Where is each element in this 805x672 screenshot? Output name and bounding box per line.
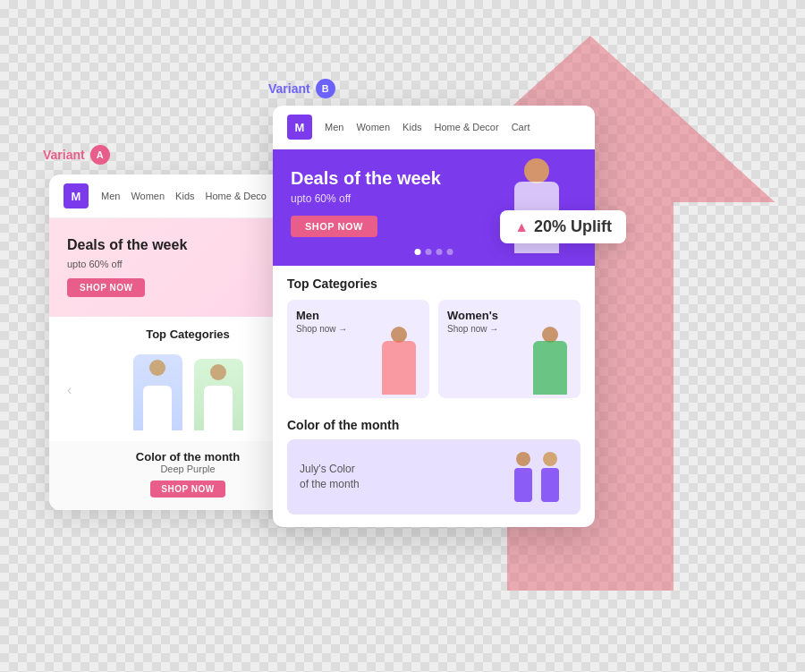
va-nav-kids[interactable]: Kids	[175, 191, 194, 201]
variant-b-label: Variant B	[268, 79, 335, 98]
vb-nav-home[interactable]: Home & Decor	[435, 122, 499, 132]
vb-logo: M	[287, 115, 312, 140]
vb-men-figure	[372, 327, 426, 398]
vb-nav-men[interactable]: Men	[325, 122, 343, 132]
uplift-badge: ▲ 20% Uplift	[500, 210, 626, 243]
variant-b-badge: B	[316, 79, 335, 98]
vb-hero-head	[524, 158, 549, 183]
va-nav-items: Men Women Kids Home & Deco	[101, 191, 267, 201]
vb-cat-men-name: Men	[296, 309, 420, 322]
vb-cat-womens-card[interactable]: Women's Shop now →	[438, 300, 580, 398]
vb-color-card-line1: July's Color	[300, 462, 360, 477]
variant-b-text: Variant	[268, 81, 310, 96]
va-nav-women[interactable]: Women	[131, 191, 165, 201]
vb-dot-4[interactable]	[447, 249, 453, 255]
va-nav-home[interactable]: Home & Deco	[206, 191, 267, 201]
vb-color-people-svg	[505, 450, 568, 504]
vb-shop-now-button[interactable]: SHOP NOW	[291, 216, 377, 237]
vb-navbar: M Men Women Kids Home & Decor Cart	[273, 106, 595, 149]
vb-nav-kids[interactable]: Kids	[402, 122, 421, 132]
vb-dot-3[interactable]	[436, 249, 443, 255]
vb-cat-womens-name: Women's	[447, 309, 572, 322]
vb-categories-grid: Men Shop now → Women's Shop now →	[287, 300, 580, 398]
variant-a-label: Variant A	[43, 145, 110, 165]
variant-b-card: M Men Women Kids Home & Decor Cart Deals…	[273, 106, 595, 527]
va-woman-head	[210, 364, 226, 380]
vb-cat-men-card[interactable]: Men Shop now →	[287, 300, 429, 398]
va-woman-body	[204, 386, 233, 430]
va-cat-man	[131, 354, 184, 430]
vb-color-card-line2: of the month	[300, 477, 360, 492]
va-woman-figure	[194, 359, 243, 430]
vb-color-card-text: July's Color of the month	[300, 462, 360, 492]
vb-categories-section: Top Categories Men Shop now → Women's Sh…	[273, 266, 595, 409]
va-man-body	[143, 386, 172, 430]
vb-color-title: Color of the month	[287, 418, 580, 432]
va-man-figure	[133, 354, 182, 430]
vb-color-figures	[505, 450, 568, 504]
va-color-shop-button[interactable]: SHOP NOW	[150, 481, 225, 498]
vb-hero-dots	[415, 249, 453, 255]
uplift-text: 20% Uplift	[534, 217, 612, 236]
vb-womens-body	[533, 341, 567, 395]
svg-point-3	[543, 452, 557, 466]
vb-hero: Deals of the week upto 60% off SHOP NOW	[273, 149, 595, 266]
vb-nav-cart[interactable]: Cart	[512, 122, 530, 132]
vb-nav-items: Men Women Kids Home & Decor Cart	[325, 122, 530, 132]
svg-point-1	[516, 452, 530, 466]
vb-men-body	[382, 341, 416, 395]
va-shop-now-button[interactable]: SHOP NOW	[67, 278, 145, 297]
uplift-arrow-icon: ▲	[514, 219, 529, 235]
va-logo: M	[64, 183, 89, 208]
vb-categories-title: Top Categories	[287, 276, 580, 291]
vb-nav-women[interactable]: Women	[356, 122, 390, 132]
variant-a-badge: A	[90, 145, 110, 165]
va-man-head	[149, 360, 165, 376]
va-nav-men[interactable]: Men	[101, 191, 120, 201]
svg-rect-2	[514, 468, 532, 502]
va-chevron-left-icon[interactable]: ‹	[67, 382, 72, 398]
svg-rect-4	[541, 468, 559, 502]
vb-color-card: July's Color of the month	[287, 439, 580, 515]
vb-color-section: Color of the month July's Color of the m…	[273, 409, 595, 527]
vb-dot-2[interactable]	[426, 249, 432, 255]
variant-a-text: Variant	[43, 148, 85, 162]
vb-dot-1[interactable]	[415, 249, 421, 255]
vb-womens-figure	[523, 327, 577, 398]
va-cat-woman	[191, 359, 245, 430]
